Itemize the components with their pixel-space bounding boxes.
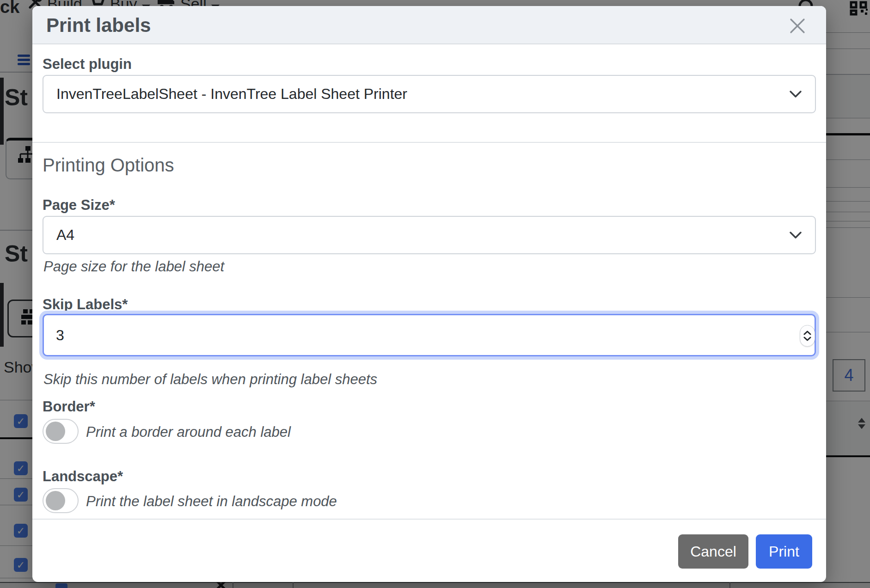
cancel-button[interactable]: Cancel xyxy=(678,534,748,569)
print-button[interactable]: Print xyxy=(756,534,812,569)
footer-divider xyxy=(32,519,826,520)
page-size-help: Page size for the label sheet xyxy=(43,258,224,275)
page-size-label: Page Size* xyxy=(43,197,115,214)
number-stepper[interactable] xyxy=(800,325,815,347)
chevron-down-icon xyxy=(803,337,811,341)
border-label: Border* xyxy=(43,398,95,415)
border-toggle[interactable] xyxy=(43,419,79,444)
skip-labels-label: Skip Labels* xyxy=(43,296,128,313)
chevron-down-icon xyxy=(789,90,802,100)
select-plugin-label: Select plugin xyxy=(43,56,132,73)
page-size-select-value: A4 xyxy=(56,217,74,253)
page-size-select[interactable]: A4 xyxy=(43,216,816,254)
landscape-toggle[interactable] xyxy=(43,488,79,513)
plugin-select[interactable]: InvenTreeLabelSheet - InvenTree Label Sh… xyxy=(43,75,816,113)
modal-title: Print labels xyxy=(46,6,151,44)
toggle-knob xyxy=(46,422,65,441)
plugin-select-value: InvenTreeLabelSheet - InvenTree Label Sh… xyxy=(56,76,407,112)
section-divider xyxy=(32,142,826,143)
border-help: Print a border around each label xyxy=(86,424,291,441)
printing-options-heading: Printing Options xyxy=(43,155,174,176)
print-labels-modal: Print labels Select plugin InvenTreeLabe… xyxy=(32,6,826,582)
close-icon[interactable] xyxy=(790,18,805,34)
modal-header xyxy=(32,6,826,44)
landscape-help: Print the label sheet in landscape mode xyxy=(86,493,337,510)
skip-labels-help: Skip this number of labels when printing… xyxy=(43,371,377,388)
landscape-label: Landscape* xyxy=(43,468,123,485)
toggle-knob xyxy=(46,491,65,510)
chevron-down-icon xyxy=(789,231,802,241)
chevron-up-icon xyxy=(803,331,811,335)
screen: ck Build Buy Sell xyxy=(0,0,870,588)
skip-labels-input[interactable] xyxy=(43,314,816,356)
